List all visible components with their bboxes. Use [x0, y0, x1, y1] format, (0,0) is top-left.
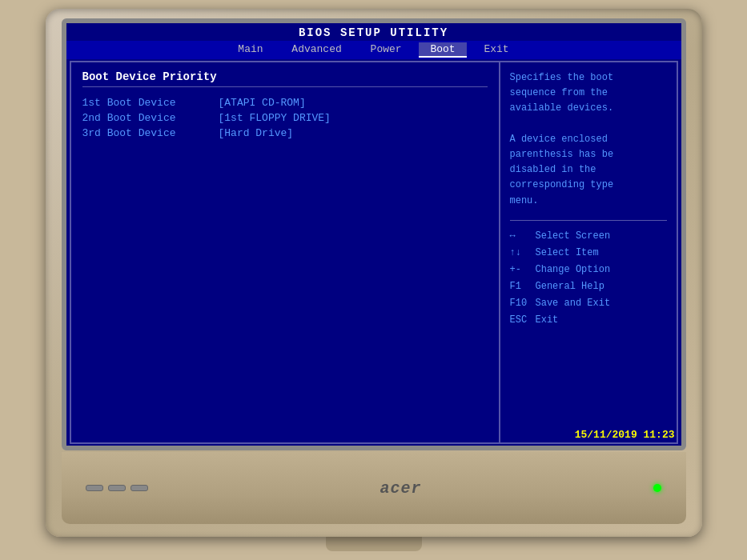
bios-right-panel: Specifies the boot sequence from the ava…	[500, 62, 677, 442]
boot-item-3[interactable]: 3rd Boot Device [Hard Drive]	[82, 127, 488, 139]
help-line6: parenthesis has be	[510, 149, 614, 160]
tab-boot[interactable]: Boot	[419, 42, 466, 58]
key-desc-save: Save and Exit	[536, 296, 611, 310]
monitor-bottom: acer	[62, 452, 686, 524]
bios-left-panel: Boot Device Priority 1st Boot Device [AT…	[71, 62, 500, 442]
monitor-controls	[86, 485, 148, 491]
key-row-option: +- Change Option	[510, 262, 667, 277]
control-btn-1[interactable]	[86, 485, 103, 491]
help-line3: available devices.	[510, 102, 614, 114]
control-btn-2[interactable]	[108, 485, 126, 491]
boot-value-1: [ATAPI CD-ROM]	[219, 97, 306, 109]
help-text: Specifies the boot sequence from the ava…	[510, 70, 667, 209]
boot-label-1: 1st Boot Device	[82, 97, 219, 109]
tab-main[interactable]: Main	[227, 42, 274, 56]
key-help: ↔ Select Screen ↑↓ Select Item +- Change…	[510, 229, 667, 327]
bios-title-text: BIOS SETUP UTILITY	[299, 26, 448, 39]
help-line1: Specifies the boot	[510, 72, 614, 83]
key-row-exit: ESC Exit	[510, 313, 667, 327]
section-title: Boot Device Priority	[82, 70, 488, 87]
help-line7: disabled in the	[510, 164, 596, 175]
power-led	[653, 484, 661, 492]
key-desc-exit: Exit	[536, 313, 559, 327]
key-sym-help: F1	[510, 279, 536, 294]
bios-tab-bar: Main Advanced Power Boot Exit	[66, 41, 681, 59]
tab-advanced[interactable]: Advanced	[280, 42, 352, 56]
boot-label-3: 3rd Boot Device	[82, 127, 219, 139]
key-sym-screen: ↔	[510, 229, 536, 243]
key-row-item: ↑↓ Select Item	[510, 246, 667, 260]
help-line5: A device enclosed	[510, 134, 608, 145]
boot-item-1[interactable]: 1st Boot Device [ATAPI CD-ROM]	[82, 97, 488, 109]
help-line9: menu.	[510, 195, 539, 206]
help-line8: corresponding type	[510, 179, 614, 190]
help-line2: sequence from the	[510, 87, 608, 98]
boot-value-3: [Hard Drive]	[219, 127, 294, 139]
acer-logo: acer	[380, 479, 421, 498]
key-desc-option: Change Option	[536, 262, 611, 277]
bios-title: BIOS SETUP UTILITY	[66, 23, 681, 41]
timestamp: 15/11/2019 11:23	[575, 429, 675, 441]
monitor-stand	[326, 537, 422, 551]
boot-label-2: 2nd Boot Device	[82, 112, 219, 124]
key-sym-save: F10	[510, 296, 536, 310]
key-row-help: F1 General Help	[510, 279, 667, 294]
monitor-outer: BIOS SETUP UTILITY Main Advanced Power B…	[46, 9, 702, 537]
boot-value-2: [1st FLOPPY DRIVE]	[219, 112, 331, 124]
key-sym-exit: ESC	[510, 313, 536, 327]
key-desc-item: Select Item	[536, 246, 599, 260]
control-btn-3[interactable]	[131, 485, 148, 491]
bios-content: Boot Device Priority 1st Boot Device [AT…	[70, 61, 678, 444]
tab-power[interactable]: Power	[359, 42, 413, 56]
boot-item-2[interactable]: 2nd Boot Device [1st FLOPPY DRIVE]	[82, 112, 488, 124]
bios-screen: BIOS SETUP UTILITY Main Advanced Power B…	[66, 23, 681, 446]
key-desc-help: General Help	[536, 279, 604, 294]
key-sym-item: ↑↓	[510, 246, 536, 260]
tab-exit[interactable]: Exit	[472, 42, 520, 56]
key-desc-screen: Select Screen	[536, 229, 611, 243]
key-row-save: F10 Save and Exit	[510, 296, 667, 310]
key-row-screen: ↔ Select Screen	[510, 229, 667, 243]
help-divider	[510, 220, 667, 221]
key-sym-option: +-	[510, 262, 536, 277]
screen-bezel: BIOS SETUP UTILITY Main Advanced Power B…	[62, 18, 686, 450]
